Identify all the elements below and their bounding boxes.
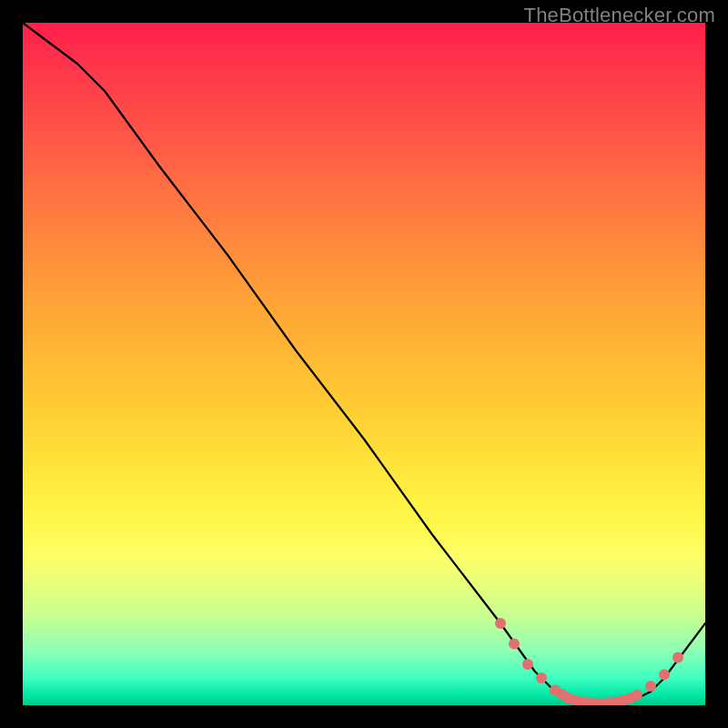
attribution-text: TheBottlenecker.com <box>524 4 715 27</box>
chart-plot-area <box>23 23 705 705</box>
chart-gradient-background <box>23 23 705 705</box>
